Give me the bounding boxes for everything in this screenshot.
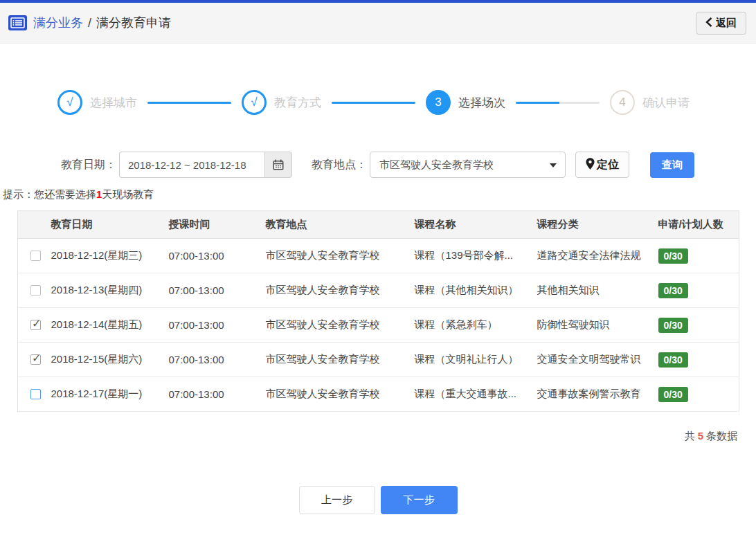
caret-down-icon <box>550 163 557 167</box>
breadcrumb-current: 满分教育申请 <box>96 15 171 31</box>
filter-bar: 教育日期： 教育地点： 市区驾驶人安全教育学校 定位 查询 <box>61 152 756 178</box>
cell-time: 07:00-13:00 <box>163 343 260 377</box>
cell-category: 交通事故案例警示教育 <box>532 377 653 412</box>
cell-category: 其他相关知识 <box>532 273 653 308</box>
step-connector-1 <box>147 102 231 104</box>
step-connector-2 <box>332 102 415 104</box>
count-badge: 0/30 <box>658 352 688 368</box>
cell-category: 防御性驾驶知识 <box>532 308 653 343</box>
cell-location: 市区驾驶人安全教育学校 <box>260 343 409 377</box>
cell-category: 交通安全文明驾驶常识 <box>532 343 653 377</box>
header-checkbox-col <box>18 211 46 239</box>
cell-date: 2018-12-12(星期三) <box>46 239 163 273</box>
count-badge: 0/30 <box>658 248 688 264</box>
table-header-row: 教育日期 授课时间 教育地点 课程名称 课程分类 申请/计划人数 <box>18 211 739 239</box>
step-4-label: 确认申请 <box>642 95 690 111</box>
search-button[interactable]: 查询 <box>650 152 694 178</box>
record-count-summary: 共5条数据 <box>0 430 737 443</box>
cell-time: 07:00-13:00 <box>163 377 260 412</box>
date-range-input[interactable] <box>119 152 264 178</box>
page-header: 满分业务 / 满分教育申请 返回 <box>0 3 756 44</box>
step-2-circle: √ <box>242 90 267 115</box>
cell-course: 课程（文明礼让行人） <box>409 343 532 377</box>
chevron-left-icon <box>705 17 712 29</box>
cell-date: 2018-12-15(星期六) <box>46 343 163 377</box>
cell-category: 道路交通安全法律法规 <box>532 239 653 273</box>
table-row: 2018-12-15(星期六) 07:00-13:00 市区驾驶人安全教育学校 … <box>18 343 739 377</box>
header-class-time: 授课时间 <box>163 211 260 239</box>
date-range-group <box>119 152 292 178</box>
breadcrumb-root[interactable]: 满分业务 <box>33 15 83 31</box>
next-step-button[interactable]: 下一步 <box>381 486 458 514</box>
location-select[interactable]: 市区驾驶人安全教育学校 <box>370 152 566 178</box>
wizard-footer: 上一步 下一步 <box>0 486 756 514</box>
session-table: 教育日期 授课时间 教育地点 课程名称 课程分类 申请/计划人数 2018-12… <box>17 210 739 412</box>
list-icon <box>8 15 27 30</box>
step-2: √ 教育方式 <box>242 90 321 115</box>
calendar-icon[interactable] <box>264 152 292 178</box>
table-row: 2018-12-12(星期三) 07:00-13:00 市区驾驶人安全教育学校 … <box>18 239 739 273</box>
step-4-circle: 4 <box>610 90 635 115</box>
remaining-days-tip: 提示：您还需要选择1天现场教育 <box>3 188 756 201</box>
cell-location: 市区驾驶人安全教育学校 <box>260 273 409 308</box>
previous-step-button[interactable]: 上一步 <box>299 486 375 514</box>
education-date-label: 教育日期： <box>61 158 116 172</box>
step-1-label: 选择城市 <box>90 95 137 111</box>
row-checkbox[interactable] <box>30 251 41 261</box>
locate-button-label: 定位 <box>597 158 619 172</box>
back-button[interactable]: 返回 <box>696 12 746 35</box>
step-1-circle: √ <box>57 90 82 115</box>
table-row: 2018-12-13(星期四) 07:00-13:00 市区驾驶人安全教育学校 … <box>18 273 739 308</box>
cell-course: 课程（重大交通事故... <box>409 377 532 412</box>
step-3: 3 选择场次 <box>426 90 505 115</box>
step-indicator: √ 选择城市 √ 教育方式 3 选择场次 4 确认申请 <box>57 90 690 115</box>
cell-time: 07:00-13:00 <box>163 239 260 273</box>
locate-button[interactable]: 定位 <box>575 152 629 178</box>
cell-date: 2018-12-14(星期五) <box>46 308 163 343</box>
table-row: 2018-12-14(星期五) 07:00-13:00 市区驾驶人安全教育学校 … <box>18 308 739 343</box>
count-badge: 0/30 <box>658 387 688 402</box>
count-badge: 0/30 <box>658 283 688 298</box>
count-badge: 0/30 <box>658 318 688 333</box>
map-pin-icon <box>586 158 595 172</box>
cell-location: 市区驾驶人安全教育学校 <box>260 377 409 412</box>
row-checkbox[interactable] <box>30 320 41 330</box>
breadcrumb-separator: / <box>88 16 91 30</box>
cell-course: 课程（其他相关知识） <box>409 273 532 308</box>
step-3-label: 选择场次 <box>458 95 505 111</box>
cell-course: 课程（139号部令解... <box>409 239 532 273</box>
record-count: 5 <box>698 430 703 442</box>
cell-date: 2018-12-17(星期一) <box>46 377 163 412</box>
step-2-label: 教育方式 <box>274 95 321 111</box>
back-button-label: 返回 <box>716 17 737 30</box>
step-4: 4 确认申请 <box>610 90 690 115</box>
cell-time: 07:00-13:00 <box>163 308 260 343</box>
cell-course: 课程（紧急刹车） <box>409 308 532 343</box>
row-checkbox[interactable] <box>30 389 41 399</box>
header-education-location: 教育地点 <box>260 211 409 239</box>
cell-date: 2018-12-13(星期四) <box>46 273 163 308</box>
header-applied-planned: 申请/计划人数 <box>653 211 739 239</box>
header-course-category: 课程分类 <box>532 211 653 239</box>
table-row: 2018-12-17(星期一) 07:00-13:00 市区驾驶人安全教育学校 … <box>18 377 739 412</box>
row-checkbox[interactable] <box>30 354 41 365</box>
step-connector-3 <box>516 102 600 104</box>
header-education-date: 教育日期 <box>46 211 163 239</box>
education-location-label: 教育地点： <box>312 158 367 172</box>
cell-location: 市区驾驶人安全教育学校 <box>260 308 409 343</box>
row-checkbox[interactable] <box>30 285 41 296</box>
table-body: 2018-12-12(星期三) 07:00-13:00 市区驾驶人安全教育学校 … <box>18 239 739 412</box>
location-select-value: 市区驾驶人安全教育学校 <box>379 158 494 172</box>
step-1: √ 选择城市 <box>57 90 137 115</box>
cell-location: 市区驾驶人安全教育学校 <box>260 239 409 273</box>
header-course-name: 课程名称 <box>409 211 532 239</box>
step-3-circle: 3 <box>426 90 451 115</box>
cell-time: 07:00-13:00 <box>163 273 260 308</box>
